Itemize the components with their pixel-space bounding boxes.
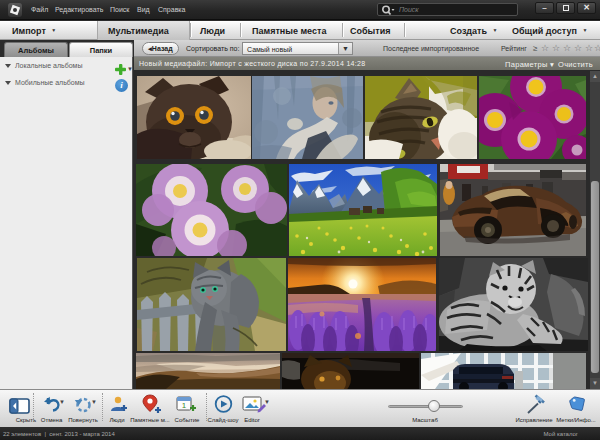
svg-text:1: 1 [182,401,187,410]
